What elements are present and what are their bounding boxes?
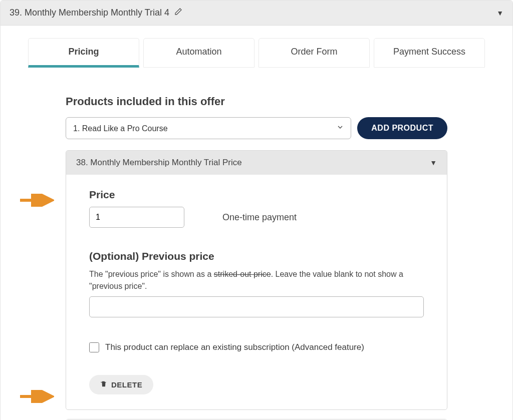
chevron-down-icon[interactable]: ▼ (496, 9, 503, 17)
replace-subscription-label[interactable]: This product can replace an existing sub… (105, 342, 364, 352)
trash-icon (100, 380, 107, 389)
delete-button[interactable]: DELETE (89, 375, 153, 394)
tab-order-form[interactable]: Order Form (259, 38, 370, 68)
product-select[interactable]: 1. Read Like a Pro Course (66, 117, 351, 139)
delete-label: DELETE (111, 380, 142, 389)
accordion-header[interactable]: 38. Monthly Membership Monthly Trial Pri… (66, 151, 447, 175)
product-price-accordion-1: 38. Monthly Membership Monthly Trial Pri… (66, 150, 447, 410)
tab-pricing[interactable]: Pricing (28, 38, 139, 68)
offer-editor-card: 39. Monthly Membership Monthly Trial 4 ▼… (0, 0, 513, 420)
price-label: Price (89, 189, 424, 201)
tab-payment-success[interactable]: Payment Success (374, 38, 485, 68)
add-product-button[interactable]: ADD PRODUCT (357, 117, 447, 139)
products-section-title: Products included in this offer (66, 95, 447, 108)
edit-icon[interactable] (174, 8, 182, 18)
chevron-down-icon: ▼ (430, 159, 437, 167)
price-input[interactable] (89, 207, 184, 228)
previous-price-input[interactable] (89, 296, 424, 317)
previous-price-label: (Optional) Previous price (89, 250, 424, 262)
product-select-wrap: 1. Read Like a Pro Course (66, 117, 351, 139)
product-selector-row: 1. Read Like a Pro Course ADD PRODUCT (66, 117, 447, 139)
previous-price-help: The "previous price" is shown as a strik… (89, 268, 424, 292)
tabs: Pricing Automation Order Form Payment Su… (28, 38, 485, 68)
accordion-body: Price One-time payment (Optional) Previo… (66, 175, 447, 409)
pricing-panel: Products included in this offer 1. Read … (28, 68, 485, 420)
accordion-title: 38. Monthly Membership Monthly Trial Pri… (76, 158, 242, 168)
replace-subscription-checkbox[interactable] (89, 342, 99, 352)
tab-automation[interactable]: Automation (143, 38, 254, 68)
card-title: 39. Monthly Membership Monthly Trial 4 (10, 8, 169, 18)
card-body: Pricing Automation Order Form Payment Su… (1, 26, 512, 420)
payment-type-text: One-time payment (222, 212, 297, 223)
card-header[interactable]: 39. Monthly Membership Monthly Trial 4 ▼ (1, 1, 512, 26)
